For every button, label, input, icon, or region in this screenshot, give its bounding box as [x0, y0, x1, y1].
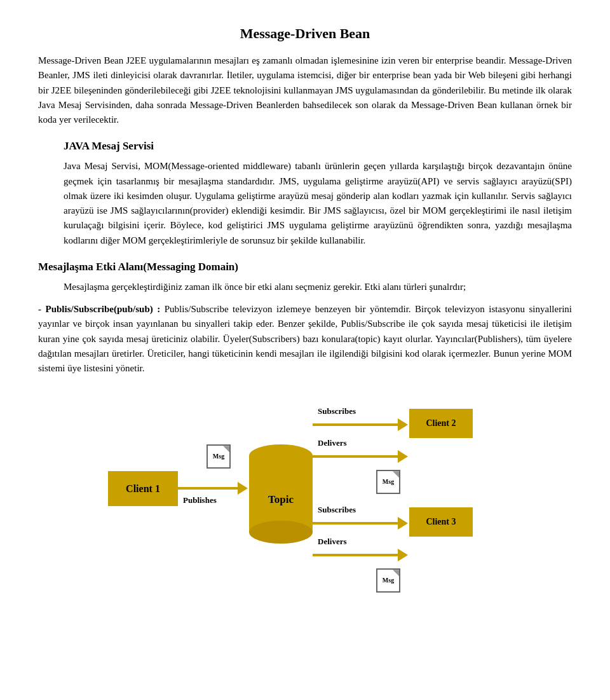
msg-box-left: Msg [207, 444, 231, 469]
subscribes-upper-label: Subscribes [318, 406, 356, 416]
intro-paragraph: Message-Driven Bean J2EE uygulamalarının… [38, 53, 572, 127]
delivers-lower-arrow [313, 551, 408, 559]
subscribes-lower-label: Subscribes [318, 505, 356, 515]
delivers-lower-label: Delivers [318, 537, 346, 547]
subscribes-lower-arrow [313, 519, 408, 528]
publishes-label: Publishes [183, 495, 217, 505]
java-paragraph: Java Mesaj Servisi, MOM(Message-oriented… [64, 159, 572, 248]
msg-box-upper-right: Msg [376, 470, 400, 494]
client1-box: Client 1 [108, 471, 178, 506]
messaging-section-title: Mesajlaşma Etki Alanı(Messaging Domain) [38, 261, 572, 273]
subscribes-upper-arrow [313, 420, 408, 429]
client2-box: Client 2 [409, 409, 473, 438]
java-section-title: JAVA Mesaj Servisi [64, 140, 572, 153]
delivers-upper-label: Delivers [318, 438, 346, 448]
topic-cylinder: Topic [249, 444, 313, 543]
client3-box: Client 3 [409, 507, 473, 537]
pubsub-paragraph: - Publis/Subscribe(pub/sub) : Publis/Sub… [38, 302, 572, 376]
pubsub-diagram: Client 1 Msg Publishes Topic Subscribes [38, 395, 572, 598]
messaging-intro: Mesajlaşma gerçekleştirdiğiniz zaman ilk… [64, 280, 572, 294]
msg-box-lower-right: Msg [376, 568, 400, 593]
publishes-arrow [178, 484, 248, 493]
pubsub-label: - Publis/Subscribe(pub/sub) : [38, 304, 160, 314]
page-title: Message-Driven Bean [38, 25, 572, 42]
delivers-upper-arrow [313, 452, 408, 461]
